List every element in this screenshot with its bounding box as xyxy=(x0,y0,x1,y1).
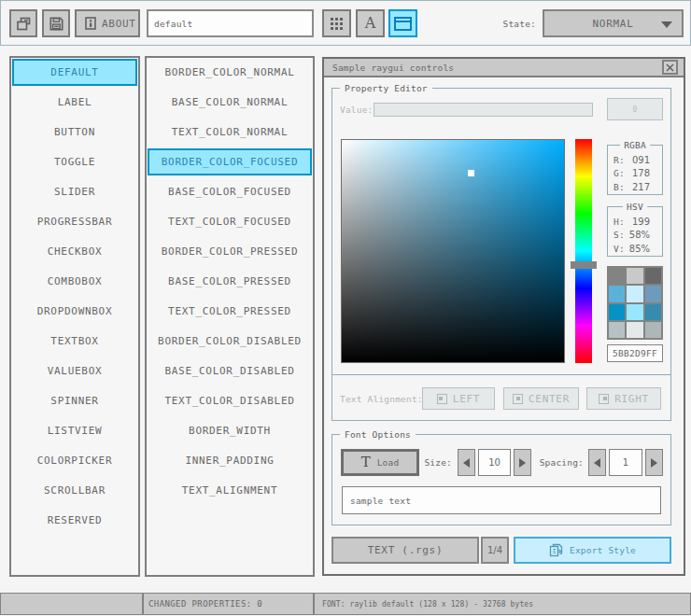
align-center-label: CENTER xyxy=(529,393,570,405)
properties-list-item-text-alignment[interactable]: TEXT_ALIGNMENT xyxy=(148,477,312,504)
properties-list-item-base-color-pressed[interactable]: BASE_COLOR_PRESSED xyxy=(148,268,312,295)
grid-view-button[interactable] xyxy=(322,9,351,37)
controls-list-item-spinner[interactable]: SPINNER xyxy=(12,387,137,414)
properties-list-item-text-color-disabled[interactable]: TEXT_COLOR_DISABLED xyxy=(148,387,312,414)
controls-list-item-textbox[interactable]: TEXTBOX xyxy=(12,328,137,355)
grid-icon xyxy=(331,18,343,30)
controls-list-item-valuebox[interactable]: VALUEBOX xyxy=(12,357,137,385)
properties-list-item-base-color-disabled[interactable]: BASE_COLOR_DISABLED xyxy=(148,357,312,385)
open-style-button[interactable] xyxy=(9,9,37,37)
controls-list-item-combobox[interactable]: COMBOBOX xyxy=(12,268,137,295)
rgba-label: RGBA xyxy=(620,140,650,150)
properties-list-item-base-color-normal[interactable]: BASE_COLOR_NORMAL xyxy=(148,89,312,116)
controls-list-item-checkbox[interactable]: CHECKBOX xyxy=(12,238,137,265)
value-input[interactable] xyxy=(374,103,593,117)
properties-list-item-border-color-normal[interactable]: BORDER_COLOR_NORMAL xyxy=(148,59,312,86)
value-label: Value: xyxy=(340,103,374,117)
close-icon xyxy=(666,63,674,72)
palette-cell[interactable] xyxy=(627,286,642,301)
save-style-button[interactable] xyxy=(42,9,70,37)
controls-list-item-default[interactable]: DEFAULT xyxy=(12,59,137,86)
controls-list-item-slider[interactable]: SLIDER xyxy=(12,178,137,205)
properties-list-item-border-width[interactable]: BORDER_WIDTH xyxy=(148,417,312,444)
state-dropdown[interactable]: NORMAL xyxy=(543,9,684,37)
font-spacing-value-box[interactable]: 1 xyxy=(609,449,642,476)
font-size-value-box[interactable]: 10 xyxy=(478,449,511,476)
hsv-groupbox: HSV H:199 S:58% V:85% xyxy=(607,206,663,257)
window-titlebar[interactable]: Sample raygui controls xyxy=(324,59,684,77)
controls-list-item-dropdownbox[interactable]: DROPDOWNBOX xyxy=(12,298,137,325)
palette-cell[interactable] xyxy=(645,304,661,320)
window-close-button[interactable] xyxy=(662,60,678,75)
palette-cell[interactable] xyxy=(627,304,642,320)
palette-cell[interactable] xyxy=(609,286,625,301)
style-name-input[interactable]: default xyxy=(147,9,314,37)
font-load-label: Load xyxy=(377,457,400,468)
align-center-icon xyxy=(513,394,523,404)
properties-list-item-border-color-focused[interactable]: BORDER_COLOR_FOCUSED xyxy=(148,148,312,175)
arrow-right-icon xyxy=(519,458,526,468)
color-picker-cursor[interactable] xyxy=(468,170,474,176)
folder-open-icon xyxy=(16,16,32,32)
text-format-button[interactable]: TEXT (.rgs) xyxy=(331,537,479,564)
toolbar: ABOUT default A State: xyxy=(0,0,691,46)
page-indicator-button[interactable]: 1/4 xyxy=(481,537,509,564)
palette-cell[interactable] xyxy=(645,286,661,301)
controls-list-item-toggle[interactable]: TOGGLE xyxy=(12,148,137,175)
properties-list: BORDER_COLOR_NORMAL BASE_COLOR_NORMAL TE… xyxy=(145,56,315,577)
font-load-button[interactable]: T Load xyxy=(341,449,419,476)
align-left-label: LEFT xyxy=(453,393,480,405)
properties-list-item-text-color-focused[interactable]: TEXT_COLOR_FOCUSED xyxy=(148,208,312,235)
value-apply-button[interactable]: 0 xyxy=(607,98,663,120)
palette-cell[interactable] xyxy=(627,268,642,284)
properties-list-item-text-color-pressed[interactable]: TEXT_COLOR_PRESSED xyxy=(148,298,312,325)
align-center-button[interactable]: CENTER xyxy=(503,387,579,410)
hue-slider-handle[interactable] xyxy=(571,261,597,269)
align-left-button[interactable]: LEFT xyxy=(422,387,495,410)
align-right-button[interactable]: RIGHT xyxy=(586,387,661,410)
palette-cell[interactable] xyxy=(645,268,661,284)
palette-cell[interactable] xyxy=(609,322,625,338)
hex-color-input[interactable]: 5BB2D9FF xyxy=(607,344,663,362)
font-size-increase-button[interactable] xyxy=(514,449,531,476)
property-editor-separator xyxy=(331,374,671,375)
properties-list-item-border-color-disabled[interactable]: BORDER_COLOR_DISABLED xyxy=(148,328,312,355)
palette-cell[interactable] xyxy=(645,322,661,338)
font-size-label: Size: xyxy=(425,449,452,476)
controls-list-item-colorpicker[interactable]: COLORPICKER xyxy=(12,447,137,474)
controls-view-button[interactable] xyxy=(388,9,417,37)
hue-bar[interactable] xyxy=(575,139,592,363)
font-spacing-decrease-button[interactable] xyxy=(588,449,606,476)
properties-list-item-text-color-normal[interactable]: TEXT_COLOR_NORMAL xyxy=(148,119,312,146)
controls-list-item-scrollbar[interactable]: SCROLLBAR xyxy=(12,477,137,504)
properties-list-item-inner-padding[interactable]: INNER_PADDING xyxy=(148,447,312,474)
export-style-button[interactable]: Export Style xyxy=(514,537,671,564)
palette-cell[interactable] xyxy=(609,268,625,284)
controls-list-item-reserved[interactable]: RESERVED xyxy=(12,507,137,534)
status-bar: CHANGED PROPERTIES: 0 FONT: raylib defau… xyxy=(0,593,691,615)
save-icon xyxy=(49,16,64,32)
controls-list-item-label[interactable]: LABEL xyxy=(12,89,137,116)
palette-cell[interactable] xyxy=(627,322,642,338)
status-divider xyxy=(313,594,315,614)
hsv-row-v: V:85% xyxy=(608,242,662,256)
controls-list-item-listview[interactable]: LISTVIEW xyxy=(12,417,137,444)
font-spacing-increase-button[interactable] xyxy=(645,449,663,476)
about-button[interactable]: ABOUT xyxy=(75,9,140,37)
properties-list-item-border-color-pressed[interactable]: BORDER_COLOR_PRESSED xyxy=(148,238,312,265)
value-apply-label: 0 xyxy=(633,105,638,114)
font-view-button[interactable]: A xyxy=(356,9,385,37)
properties-list-item-base-color-focused[interactable]: BASE_COLOR_FOCUSED xyxy=(148,178,312,205)
color-saturation-value-panel[interactable] xyxy=(341,139,565,363)
font-size-decrease-button[interactable] xyxy=(458,449,475,476)
hsv-label: HSV xyxy=(623,202,647,212)
controls-list: DEFAULT LABEL BUTTON TOGGLE SLIDER PROGR… xyxy=(9,56,140,577)
state-label: State: xyxy=(449,9,536,37)
window-panel-icon xyxy=(394,17,412,31)
controls-list-item-progressbar[interactable]: PROGRESSBAR xyxy=(12,208,137,235)
sample-text-input[interactable]: sample text xyxy=(342,486,661,514)
rgba-row-r: R:091 xyxy=(608,153,662,167)
align-right-label: RIGHT xyxy=(614,393,649,405)
controls-list-item-button[interactable]: BUTTON xyxy=(12,119,137,146)
palette-cell[interactable] xyxy=(609,304,625,320)
